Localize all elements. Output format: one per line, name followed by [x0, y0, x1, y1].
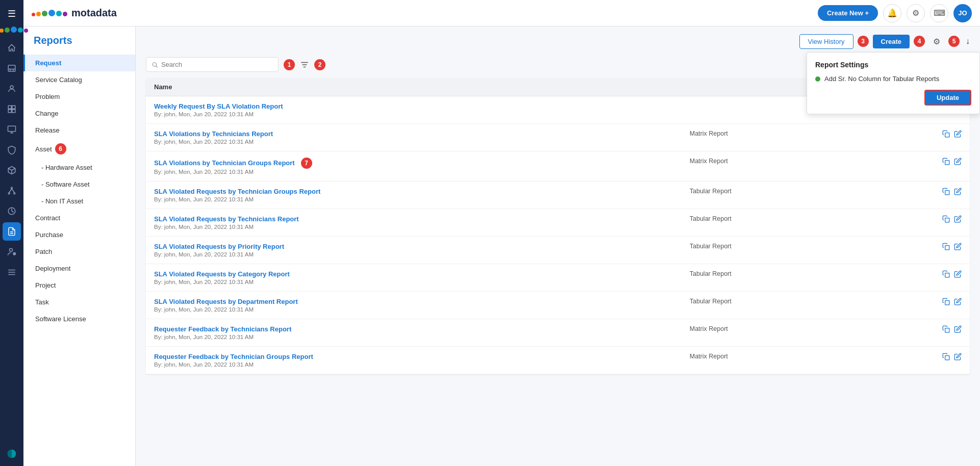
search-icon — [152, 61, 158, 68]
nav-item-problem[interactable]: Problem — [23, 88, 135, 105]
sidebar-icon-person-settings[interactable] — [3, 243, 21, 261]
nav-item-release[interactable]: Release — [23, 122, 135, 139]
annotation-badge-7: 7 — [301, 158, 312, 169]
report-name-link[interactable]: Requester Feedback by Technicians Report — [154, 325, 673, 333]
sidebar-icon-reports[interactable] — [3, 222, 21, 241]
hamburger-menu[interactable]: ☰ — [8, 4, 16, 21]
nav-item-request[interactable]: Request — [23, 55, 135, 71]
nav-item-patch[interactable]: Patch — [23, 243, 135, 260]
view-history-button[interactable]: View History — [799, 34, 853, 49]
nav-item-asset[interactable]: Asset 6 — [23, 139, 135, 159]
copy-report-button[interactable] — [942, 188, 950, 197]
search-input[interactable] — [161, 61, 273, 68]
edit-report-button[interactable] — [954, 325, 962, 334]
sidebar-icon-grid[interactable] — [3, 100, 21, 118]
keyboard-icon: ⌨ — [934, 8, 945, 18]
row-actions — [896, 298, 962, 307]
edit-report-button[interactable] — [954, 243, 962, 252]
edit-report-button[interactable] — [954, 270, 962, 279]
nav-item-deployment[interactable]: Deployment — [23, 260, 135, 277]
update-button[interactable]: Update — [924, 90, 971, 106]
copy-report-button[interactable] — [942, 325, 950, 334]
report-name-link[interactable]: SLA Violations by Technician Groups Repo… — [154, 159, 295, 167]
report-name-link[interactable]: SLA Violated Requests by Department Repo… — [154, 298, 673, 305]
settings-label: Add Sr. No Column for Tabular Reports — [824, 75, 939, 83]
table-row: Requester Feedback by Technicians Report… — [146, 319, 970, 347]
logo-dots — [0, 23, 28, 37]
report-type-cell: Matrix Report — [682, 151, 888, 182]
create-button[interactable]: Create — [873, 35, 910, 48]
nav-item-non-it-asset[interactable]: - Non IT Asset — [23, 193, 135, 210]
dot-green — [42, 11, 47, 16]
svg-point-4 — [10, 86, 13, 89]
table-row: SLA Violated Requests by Technician Grou… — [146, 182, 970, 209]
sidebar-icon-network[interactable] — [3, 182, 21, 200]
annotation-arrow: ↓ — [966, 37, 970, 46]
report-name-link[interactable]: SLA Violated Requests by Technicians Rep… — [154, 215, 673, 223]
annotation-badge-2: 2 — [314, 59, 325, 70]
report-name-link[interactable]: SLA Violated Requests by Priority Report — [154, 243, 673, 250]
global-settings-button[interactable]: ⚙ — [907, 4, 925, 22]
sidebar-icon-computer[interactable] — [3, 120, 21, 139]
nav-item-contract[interactable]: Contract — [23, 210, 135, 226]
report-actions-cell — [888, 237, 970, 264]
report-actions-cell — [888, 347, 970, 374]
row-actions — [896, 353, 962, 362]
report-table: Name Weekly Request By SLA Violation Rep… — [146, 78, 970, 374]
notification-button[interactable]: 🔔 — [883, 4, 901, 22]
report-name-link[interactable]: SLA Violated Requests by Technician Grou… — [154, 188, 673, 195]
create-new-button[interactable]: Create New + — [818, 5, 878, 21]
sidebar-icon-circle[interactable] — [3, 448, 21, 466]
nav-item-hardware-asset[interactable]: - Hardware Asset — [23, 159, 135, 176]
sidebar-icon-inbox[interactable] — [3, 59, 21, 77]
nav-item-service-catalog[interactable]: Service Catalog — [23, 71, 135, 88]
report-type-cell: Tabular Report — [682, 209, 888, 237]
nav-item-software-asset[interactable]: - Software Asset — [23, 176, 135, 193]
report-name-link[interactable]: SLA Violated Requests by Category Report — [154, 270, 673, 278]
copy-report-button[interactable] — [942, 158, 950, 167]
logo-dot-4 — [11, 27, 17, 33]
report-name-link[interactable]: SLA Violations by Technicians Report — [154, 130, 673, 138]
nav-item-change[interactable]: Change — [23, 105, 135, 122]
report-name-link[interactable]: Weekly Request By SLA Violation Report — [154, 102, 673, 110]
report-actions-cell — [888, 319, 970, 347]
copy-report-button[interactable] — [942, 215, 950, 224]
edit-report-button[interactable] — [954, 298, 962, 307]
copy-report-button[interactable] — [942, 298, 950, 307]
report-name-cell: SLA Violations by Technicians ReportBy: … — [146, 124, 682, 151]
user-avatar[interactable]: JO — [953, 4, 972, 22]
edit-report-button[interactable] — [954, 215, 962, 224]
annotation-badge-5: 5 — [948, 36, 960, 47]
nav-item-software-license[interactable]: Software License — [23, 310, 135, 327]
edit-report-button[interactable] — [954, 188, 962, 197]
table-area: 1 2 Name Weekly — [136, 53, 980, 466]
report-name-cell: SLA Violated Requests by Technician Grou… — [146, 182, 682, 209]
copy-report-button[interactable] — [942, 353, 950, 362]
copy-report-button[interactable] — [942, 130, 950, 139]
sidebar-icon-home[interactable] — [3, 39, 21, 57]
logo-dot-2 — [0, 29, 4, 33]
sidebar-icon-shield[interactable] — [3, 141, 21, 159]
main-wrapper: motadata Create New + 🔔 ⚙ ⌨ JO Reports R… — [23, 0, 980, 466]
sidebar-icon-analytics[interactable] — [3, 202, 21, 220]
copy-report-button[interactable] — [942, 243, 950, 252]
edit-report-button[interactable] — [954, 130, 962, 139]
report-settings-gear-button[interactable]: ⚙ — [929, 34, 944, 49]
topbar: motadata Create New + 🔔 ⚙ ⌨ JO — [23, 0, 980, 27]
report-name-link[interactable]: Requester Feedback by Technician Groups … — [154, 353, 673, 360]
nav-item-purchase[interactable]: Purchase — [23, 226, 135, 243]
nav-item-project[interactable]: Project — [23, 277, 135, 294]
report-name-cell: SLA Violated Requests by Priority Report… — [146, 237, 682, 264]
report-meta: By: john, Mon, Jun 20, 2022 10:31 AM — [154, 111, 673, 117]
table-column-name: Name — [146, 78, 682, 96]
report-actions-cell — [888, 151, 970, 182]
sidebar-icon-users[interactable] — [3, 80, 21, 98]
keyboard-button[interactable]: ⌨ — [930, 4, 948, 22]
sidebar-icon-cube[interactable] — [3, 161, 21, 179]
edit-report-button[interactable] — [954, 353, 962, 362]
filter-icon[interactable] — [300, 60, 309, 69]
sidebar-icon-list[interactable] — [3, 263, 21, 281]
copy-report-button[interactable] — [942, 270, 950, 279]
nav-item-task[interactable]: Task — [23, 294, 135, 310]
edit-report-button[interactable] — [954, 158, 962, 167]
